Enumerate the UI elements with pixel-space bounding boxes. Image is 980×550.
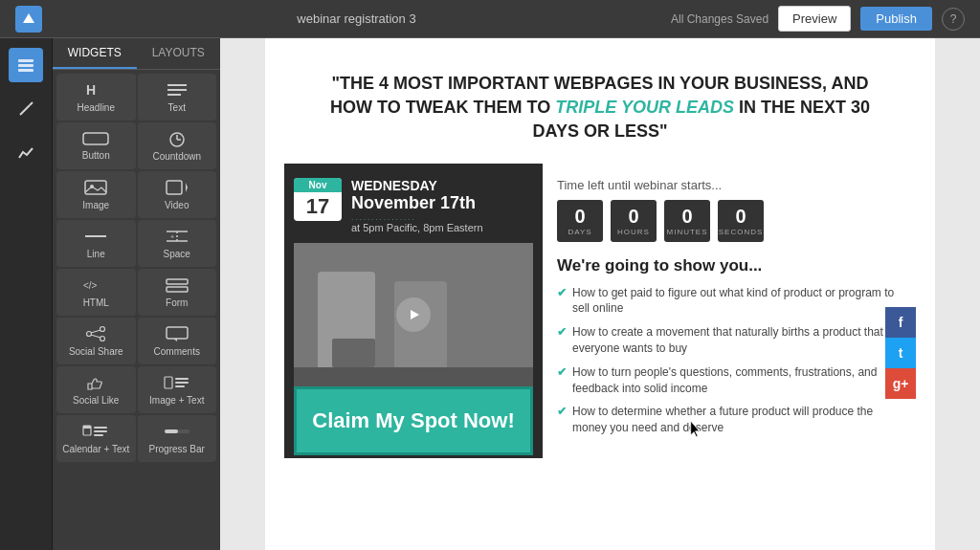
claim-spot-button[interactable]: Claim My Spot Now! [297, 389, 530, 452]
main-layout: WIDGETS LAYOUTS H Headline Text Button C… [0, 38, 980, 550]
sidebar-icon-layers[interactable] [9, 48, 43, 82]
saved-status: All Changes Saved [671, 12, 768, 26]
svg-rect-39 [94, 427, 107, 429]
widget-comments[interactable]: Comments [138, 318, 217, 364]
svg-rect-35 [175, 382, 189, 384]
claim-button-section: Claim My Spot Now! [294, 386, 533, 455]
svg-line-29 [91, 330, 100, 333]
svg-rect-14 [85, 181, 106, 194]
time-text: at 5pm Pacific, 8pm Eastern [351, 222, 483, 233]
svg-text:</>: </> [83, 280, 98, 291]
svg-rect-24 [167, 279, 188, 284]
panel-tabs: WIDGETS LAYOUTS [53, 38, 220, 70]
svg-marker-44 [411, 310, 419, 319]
canvas-content: "THE 4 MOST IMPORTANT WEBPAGES IN YOUR B… [265, 38, 935, 550]
widget-button[interactable]: Button [56, 122, 136, 169]
help-button[interactable]: ? [942, 8, 965, 31]
svg-rect-10 [83, 133, 108, 144]
topbar-actions: All Changes Saved Preview Publish ? [671, 6, 965, 32]
logo-icon [15, 6, 42, 33]
show-you-heading: We're going to show you... [557, 256, 902, 275]
svg-rect-8 [167, 89, 187, 91]
countdown-seconds: 0 SECONDS [718, 200, 764, 242]
widget-line[interactable]: Line [56, 220, 136, 267]
canvas-area: "THE 4 MOST IMPORTANT WEBPAGES IN YOUR B… [220, 38, 980, 550]
tab-widgets[interactable]: WIDGETS [53, 38, 137, 69]
svg-rect-25 [167, 287, 188, 292]
day-name: WEDNESDAY [351, 178, 483, 193]
full-date: November 17th [351, 193, 483, 213]
facebook-share-button[interactable]: f [885, 307, 916, 338]
bullet-3: ✔ How to turn people's questions, commen… [557, 364, 902, 397]
sidebar-icon-analytics[interactable] [9, 136, 43, 170]
svg-rect-40 [94, 430, 107, 432]
widget-form[interactable]: Form [138, 269, 217, 316]
widgets-panel: WIDGETS LAYOUTS H Headline Text Button C… [53, 38, 220, 550]
widget-space[interactable]: + Space [138, 220, 217, 267]
svg-rect-41 [94, 434, 103, 436]
svg-rect-9 [167, 94, 181, 96]
svg-rect-43 [165, 429, 178, 433]
preview-button[interactable]: Preview [778, 6, 851, 32]
svg-point-26 [87, 332, 92, 337]
webinar-right: Time left until webinar starts... 0 DAYS… [543, 164, 916, 458]
svg-rect-16 [167, 181, 182, 194]
svg-rect-1 [18, 59, 33, 62]
widget-image[interactable]: Image [56, 171, 136, 218]
widget-countdown[interactable]: Countdown [138, 122, 217, 169]
countdown-boxes: 0 DAYS 0 HOURS 0 MINUTES 0 [557, 200, 902, 242]
social-buttons: f t g+ [885, 307, 916, 399]
sidebar [0, 38, 53, 550]
svg-rect-31 [167, 327, 188, 339]
svg-rect-2 [18, 64, 33, 67]
svg-rect-36 [175, 385, 185, 387]
publish-button[interactable]: Publish [860, 7, 932, 31]
widgets-grid: H Headline Text Button Countdown Image [53, 70, 220, 466]
svg-rect-38 [83, 426, 91, 429]
dots: ................ [351, 213, 483, 222]
countdown-hours: 0 HOURS [611, 200, 657, 242]
svg-line-4 [20, 105, 30, 115]
headline-section: "THE 4 MOST IMPORTANT WEBPAGES IN YOUR B… [284, 57, 916, 159]
googleplus-share-button[interactable]: g+ [885, 368, 916, 399]
topbar: webinar registration 3 All Changes Saved… [0, 0, 980, 38]
twitter-share-button[interactable]: t [885, 338, 916, 368]
widget-progress-bar[interactable]: Progress Bar [138, 415, 217, 462]
sidebar-icon-pencil[interactable] [9, 92, 43, 126]
webinar-date-header: Nov 17 WEDNESDAY November 17th .........… [294, 178, 533, 233]
bullet-2: ✔ How to create a movement that naturall… [557, 324, 902, 357]
countdown-label: Time left until webinar starts... [557, 178, 902, 192]
widget-calendar-text[interactable]: Calendar + Text [56, 415, 136, 462]
webinar-body: Nov 17 WEDNESDAY November 17th .........… [284, 164, 916, 458]
widget-video[interactable]: Video [138, 171, 217, 218]
widget-html[interactable]: </> HTML [56, 269, 136, 316]
widget-image-text[interactable]: Image + Text [138, 366, 217, 413]
widget-headline[interactable]: H Headline [56, 74, 136, 121]
bullet-4: ✔ How to determine whether a future prod… [557, 404, 902, 436]
webinar-left: Nov 17 WEDNESDAY November 17th .........… [284, 164, 543, 458]
widget-text[interactable]: Text [138, 74, 217, 121]
svg-rect-34 [175, 378, 189, 380]
svg-line-30 [91, 335, 100, 338]
widget-social-share[interactable]: Social Share [56, 318, 136, 364]
calendar-month: Nov [294, 178, 342, 192]
bullet-1: ✔ How to get paid to figure out what kin… [557, 285, 902, 318]
svg-line-5 [30, 102, 33, 105]
svg-point-27 [100, 327, 105, 332]
widget-social-like[interactable]: Social Like [56, 366, 136, 413]
tab-layouts[interactable]: LAYOUTS [137, 38, 221, 69]
play-button[interactable] [396, 297, 431, 332]
svg-rect-33 [165, 377, 172, 388]
countdown-days: 0 DAYS [557, 200, 603, 242]
svg-marker-17 [186, 183, 188, 192]
svg-text:+: + [170, 233, 174, 240]
svg-rect-3 [18, 69, 33, 72]
countdown-minutes: 0 MINUTES [664, 200, 710, 242]
svg-marker-0 [23, 13, 34, 23]
video-placeholder[interactable] [294, 243, 533, 386]
headline-green: TRIPLE YOUR LEADS [555, 98, 734, 117]
svg-point-28 [100, 337, 105, 341]
svg-rect-7 [167, 84, 187, 86]
calendar-block: Nov 17 [294, 178, 342, 221]
webinar-title: WEDNESDAY November 17th ................… [351, 178, 483, 233]
